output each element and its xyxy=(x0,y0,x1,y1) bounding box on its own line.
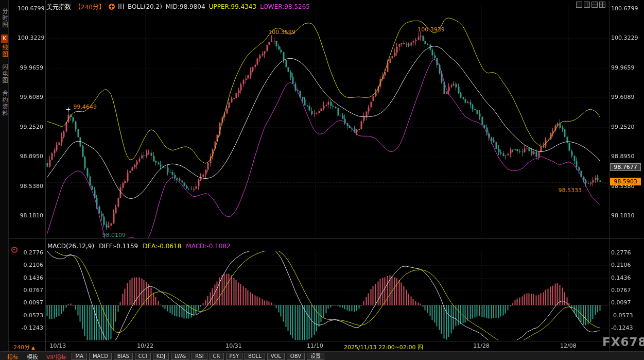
indicator-button-rsi[interactable]: RSI xyxy=(192,353,207,360)
boll-mid-value: MID:98.9804 xyxy=(166,3,205,10)
sidebar-item-contract-info[interactable]: 合约资料 xyxy=(0,90,8,117)
layout-grid-icon[interactable] xyxy=(599,2,605,8)
candlestick-chart-canvas[interactable] xyxy=(0,0,644,360)
indicator-button-kdj[interactable]: KDJ xyxy=(153,353,169,360)
toolbar-tab-2[interactable]: VIP指标 xyxy=(43,352,69,360)
indicator-button-psy[interactable]: PSY xyxy=(226,353,243,360)
macd-label: MACD(26,12,9) xyxy=(47,243,94,250)
period-text: 240分 xyxy=(13,344,30,351)
watermark: FX678 xyxy=(602,335,644,349)
active-item-badge: K xyxy=(1,35,8,43)
macd-dea-value: DEA:-0.0618 xyxy=(143,243,181,250)
toolbar-tab-0[interactable]: 指标 xyxy=(4,352,22,360)
indicator-button-lw[interactable]: LW& xyxy=(171,353,189,360)
indicator-button-vol[interactable]: VOL xyxy=(267,353,285,360)
indicator-button-cr[interactable]: CR xyxy=(210,353,224,360)
macd-diff-value: DIFF:-0.1159 xyxy=(99,243,138,250)
layout-single-icon[interactable] xyxy=(576,2,582,8)
chart-type-icon[interactable] xyxy=(118,4,124,9)
chart-header: 美元指数 【240分】 BOLL(20,2) MID:98.9804 UPPER… xyxy=(46,2,310,11)
indicator-button-boll[interactable]: BOLL xyxy=(245,353,265,360)
add-indicator-icon[interactable] xyxy=(109,4,115,10)
boll-lower-value: LOWER:98.5265 xyxy=(260,3,310,10)
chart-application: 分时图K线图闪电图合约资料 美元指数 【240分】 BOLL(20,2) MID… xyxy=(0,0,644,360)
layout-two-pane-icon[interactable] xyxy=(584,2,590,8)
period-label: 【240分】 xyxy=(75,2,105,11)
indicator-button-bias[interactable]: BIAS xyxy=(114,353,133,360)
window-layout-icons xyxy=(576,2,605,8)
indicator-button-ma[interactable]: MA xyxy=(72,353,86,360)
boll-upper-value: UPPER:99.4343 xyxy=(209,3,256,10)
period-selector[interactable]: 240分▲ xyxy=(13,342,35,351)
toolbar-tab-1[interactable]: 模板 xyxy=(24,352,41,360)
indicator-dot-icon xyxy=(11,247,18,253)
layout-three-pane-icon[interactable] xyxy=(591,2,598,8)
boll-label: BOLL(20,2) xyxy=(128,3,162,10)
macd-bar-value: MACD:-0.1082 xyxy=(186,243,230,250)
sidebar-item-kline-chart[interactable]: K线图 xyxy=(0,35,8,58)
indicator-dot-center xyxy=(13,249,15,250)
sidebar-item-time-chart[interactable]: 分时图 xyxy=(0,8,8,28)
indicator-button-macd[interactable]: MACD xyxy=(89,353,112,360)
settings-button[interactable]: 设置 xyxy=(307,353,324,360)
period-arrow-icon: ▲ xyxy=(31,345,35,350)
sidebar-item-flash-chart[interactable]: 闪电图 xyxy=(0,64,8,84)
macd-header: MACD(26,12,9) DIFF:-0.1159 DEA:-0.0618 M… xyxy=(47,243,231,250)
bottom-toolbar: 指标模板VIP指标MAMACDBIASCCIKDJLW&RSICRPSYBOLL… xyxy=(0,352,644,360)
indicator-button-cci[interactable]: CCI xyxy=(135,353,151,360)
indicator-button-obv[interactable]: OBV xyxy=(287,353,305,360)
sidebar: 分时图K线图闪电图合约资料 xyxy=(0,0,9,351)
symbol-title: 美元指数 xyxy=(46,2,71,11)
